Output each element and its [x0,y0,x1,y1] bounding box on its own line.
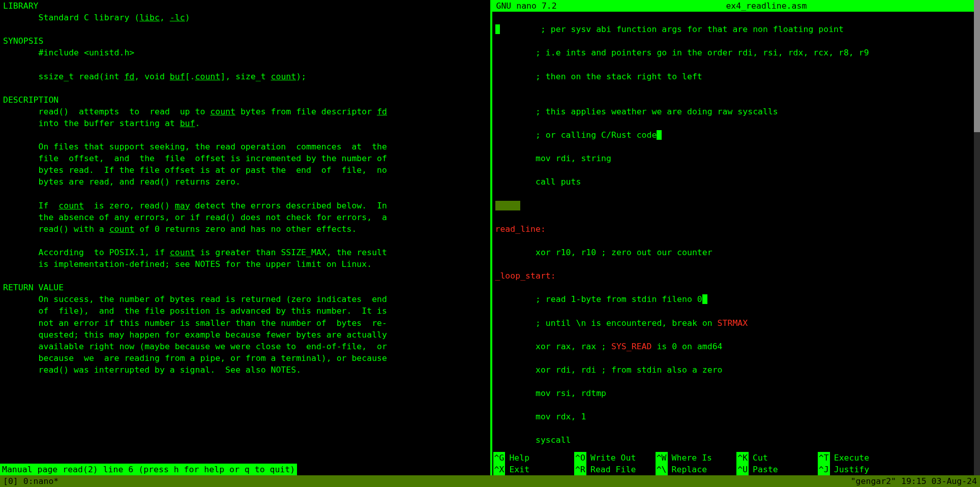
nano-version: GNU nano 7.2 [496,0,557,12]
label-read-line: read_line: [495,223,981,235]
nano-shortcut-bar: ^GHelp ^OWrite Out ^WWhere Is ^KCut ^TEx… [492,452,981,475]
shortcut-replace[interactable]: ^\Replace [656,464,737,475]
shortcut-read-file[interactable]: ^RRead File [574,464,656,475]
scrollbar-thumb[interactable] [974,0,980,132]
shortcut-help[interactable]: ^GHelp [493,452,575,464]
section-return-value: RETURN VALUE [3,283,64,292]
tmux-host-time: "gengar2" 19:15 03-Aug-24 [851,475,977,487]
nano-editor-pane[interactable]: GNU nano 7.2 ex4_readline.asm ; per sysv… [490,0,981,475]
nano-filename: ex4_readline.asm [557,0,976,12]
man-content: LIBRARY Standard C library (libc, -lc) S… [3,0,487,376]
shortcut-write-out[interactable]: ^OWrite Out [574,452,656,464]
section-description: DESCRIPTION [3,95,58,105]
cursor [657,130,662,140]
shortcut-paste[interactable]: ^UPaste [736,464,818,475]
label-loop-start: _loop_start: [495,270,981,282]
man-page-pane[interactable]: LIBRARY Standard C library (libc, -lc) S… [0,0,490,475]
shortcut-cut[interactable]: ^KCut [736,452,818,464]
shortcut-exit[interactable]: ^XExit [493,464,575,475]
section-library: LIBRARY [3,1,39,11]
tmux-session-info: [0] 0:nano* [3,475,58,487]
man-status-line: Manual page read(2) line 6 (press h for … [0,464,297,475]
selection-block [495,201,521,210]
section-synopsis: SYNOPSIS [3,36,43,46]
shortcut-justify[interactable]: ^JJustify [818,464,899,475]
scrollbar[interactable] [974,0,980,475]
nano-text-area[interactable]: ; per sysv abi function args for that ar… [492,12,981,452]
nano-title-bar: GNU nano 7.2 ex4_readline.asm [492,0,981,12]
shortcut-execute[interactable]: ^TExecute [818,452,899,464]
tmux-status-bar: [0] 0:nano* "gengar2" 19:15 03-Aug-24 [0,475,980,487]
cursor-indicator [495,24,500,34]
shortcut-where-is[interactable]: ^WWhere Is [656,452,737,464]
